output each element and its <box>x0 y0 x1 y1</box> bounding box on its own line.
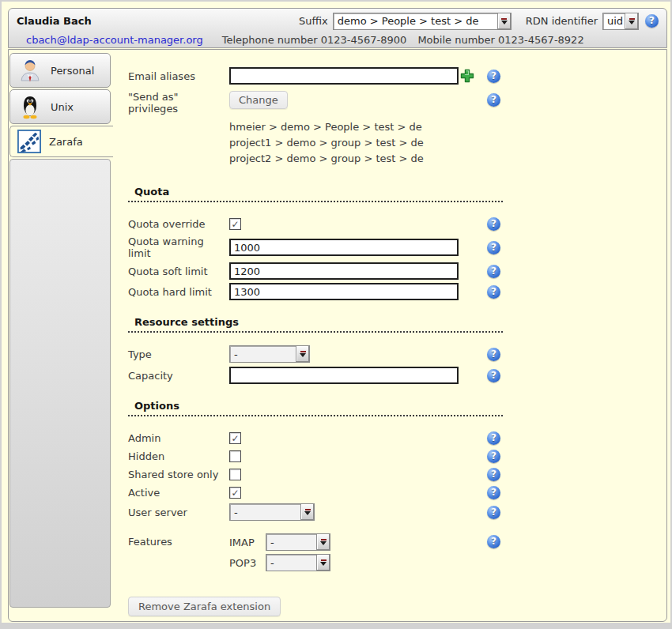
section-title-quota: Quota <box>128 186 503 202</box>
help-icon[interactable]: ? <box>487 348 500 361</box>
account-main-panel: Personal Unix <box>8 49 667 622</box>
help-icon[interactable]: ? <box>487 450 500 463</box>
email-aliases-input[interactable] <box>229 67 459 85</box>
person-icon <box>17 58 43 83</box>
email-link[interactable]: cbach@ldap-account-manager.org <box>26 34 203 46</box>
chevron-down-icon[interactable] <box>300 504 314 520</box>
suffix-select[interactable]: demo > People > test > de <box>333 13 512 30</box>
help-icon[interactable]: ? <box>487 506 500 519</box>
capacity-input[interactable] <box>229 367 459 384</box>
shared-store-only-checkbox[interactable] <box>229 469 241 480</box>
capacity-row: Capacity ? <box>128 367 666 384</box>
shared-store-only-row: Shared store only ? <box>128 465 666 484</box>
user-server-value: - <box>230 504 300 520</box>
chevron-down-icon[interactable] <box>316 534 330 550</box>
send-as-entries: hmeier > demo > People > test > de proje… <box>229 119 666 167</box>
chevron-down-icon[interactable] <box>625 13 638 29</box>
user-server-row: User server - ? <box>128 503 666 521</box>
quota-soft-row: Quota soft limit ? <box>128 262 666 280</box>
pop3-select[interactable]: - <box>266 554 330 571</box>
send-as-label: "Send as" privileges <box>128 91 229 115</box>
tab-zarafa-label: Zarafa <box>49 136 83 148</box>
resource-type-select[interactable]: - <box>229 345 310 363</box>
active-row: Active ✓ ? <box>128 484 666 502</box>
email-aliases-row: Email aliases ? <box>128 67 666 85</box>
help-icon[interactable]: ? <box>487 93 500 107</box>
rdn-identifier-select[interactable]: uid <box>602 13 639 30</box>
page-title: Claudia Bach <box>17 15 92 27</box>
remove-extension-row: Remove Zarafa extension <box>128 597 666 616</box>
penguin-icon <box>17 94 43 119</box>
quota-hard-row: Quota hard limit ? <box>128 283 666 300</box>
checkmark: ✓ <box>231 220 239 229</box>
rdn-select-value: uid <box>603 13 625 29</box>
quota-warning-label: Quota warning limit <box>128 235 229 259</box>
quota-hard-input[interactable] <box>229 283 459 300</box>
help-icon[interactable]: ? <box>487 217 500 231</box>
help-icon[interactable]: ? <box>487 486 500 499</box>
header-row-bottom: cbach@ldap-account-manager.org Telephone… <box>9 32 666 47</box>
quota-soft-input[interactable] <box>229 262 459 280</box>
help-icon[interactable]: ? <box>487 285 500 299</box>
resource-type-row: Type - ? <box>128 345 666 363</box>
resource-type-value: - <box>230 346 296 362</box>
hidden-label: Hidden <box>128 450 229 462</box>
zarafa-tab-content: Email aliases ? "Send as" privileges Cha… <box>112 50 666 616</box>
zarafa-icon <box>17 130 41 153</box>
help-icon[interactable]: ? <box>487 265 500 278</box>
quota-hard-label: Quota hard limit <box>128 286 229 298</box>
rdn-identifier-label: RDN identifier <box>526 15 598 27</box>
admin-row: Admin ✓ ? <box>128 429 666 447</box>
quota-warning-row: Quota warning limit ? <box>128 235 666 259</box>
quota-override-checkbox[interactable]: ✓ <box>229 218 241 230</box>
account-header: Claudia Bach Suffix demo > People > test… <box>8 8 667 48</box>
suffix-label: Suffix <box>299 15 328 27</box>
tab-zarafa[interactable]: Zarafa <box>9 126 113 157</box>
help-icon[interactable]: ? <box>487 431 500 445</box>
admin-label: Admin <box>128 432 229 444</box>
help-icon[interactable]: ? <box>487 70 500 83</box>
help-icon[interactable]: ? <box>487 468 500 481</box>
module-tab-bar: Personal Unix <box>9 53 112 608</box>
hidden-checkbox[interactable] <box>229 450 241 462</box>
imap-select[interactable]: - <box>266 533 330 551</box>
change-button[interactable]: Change <box>229 91 288 109</box>
add-icon[interactable] <box>460 69 474 83</box>
active-checkbox[interactable]: ✓ <box>229 487 241 499</box>
help-icon[interactable]: ? <box>487 369 500 382</box>
section-title-resource-settings: Resource settings <box>128 316 503 333</box>
chevron-down-icon[interactable] <box>497 13 511 29</box>
send-as-entry: hmeier > demo > People > test > de <box>229 119 666 135</box>
chevron-down-icon[interactable] <box>296 346 309 362</box>
chevron-down-icon[interactable] <box>316 555 330 571</box>
imap-value: - <box>266 534 316 550</box>
user-server-select[interactable]: - <box>229 503 315 521</box>
features-label: Features <box>128 533 229 548</box>
user-server-label: User server <box>128 507 229 518</box>
pop3-value: - <box>266 555 316 571</box>
admin-checkbox[interactable]: ✓ <box>229 432 241 444</box>
checkmark: ✓ <box>231 434 239 443</box>
features-row: Features IMAP - POP3 - <box>128 533 666 574</box>
send-as-entry: project2 > demo > group > test > de <box>229 151 666 167</box>
tab-unix[interactable]: Unix <box>9 89 111 124</box>
capacity-label: Capacity <box>128 370 229 382</box>
shared-store-only-label: Shared store only <box>128 469 229 480</box>
quota-override-row: Quota override ✓ ? <box>128 215 666 233</box>
section-title-options: Options <box>128 400 503 416</box>
header-row-top: Claudia Bach Suffix demo > People > test… <box>9 9 666 32</box>
email-aliases-label: Email aliases <box>128 70 229 82</box>
help-icon[interactable]: ? <box>487 535 500 548</box>
quota-warning-input[interactable] <box>229 239 459 256</box>
tab-unix-label: Unix <box>51 101 74 113</box>
pop3-label: POP3 <box>229 557 266 569</box>
help-icon[interactable]: ? <box>645 14 659 28</box>
hidden-row: Hidden ? <box>128 447 666 465</box>
tab-personal[interactable]: Personal <box>9 53 111 88</box>
remove-zarafa-extension-button[interactable]: Remove Zarafa extension <box>128 597 281 616</box>
pop3-row: POP3 - <box>229 554 460 571</box>
send-as-entry: project1 > demo > group > test > de <box>229 135 666 151</box>
help-icon[interactable]: ? <box>487 241 500 254</box>
lam-account-edit-page: { "header": { "user_name": "Claudia Bach… <box>0 0 672 629</box>
sidebar-filler-panel <box>9 159 111 608</box>
